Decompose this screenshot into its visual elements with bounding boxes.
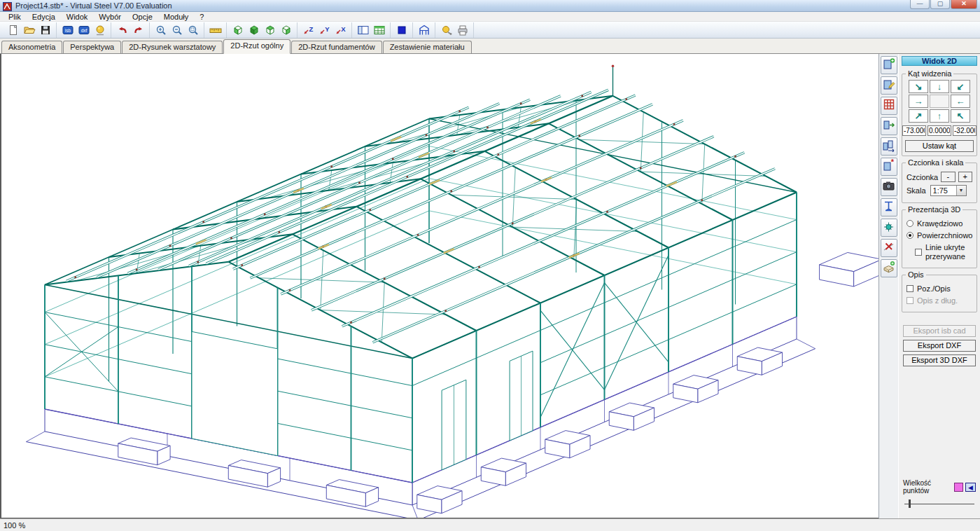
undo-button[interactable] bbox=[114, 22, 130, 37]
presentation-label: Prezentacja 3D bbox=[906, 205, 962, 214]
save-file-button[interactable] bbox=[37, 22, 53, 37]
zoom-out-button[interactable] bbox=[169, 22, 185, 37]
poz-opis-checkbox-row[interactable]: Poz./Opis bbox=[906, 284, 972, 293]
panel-title: Widok 2D bbox=[902, 56, 977, 66]
tab-2d-rzut-og-lny[interactable]: 2D-Rzut ogólny bbox=[223, 39, 290, 54]
grid-button[interactable] bbox=[881, 97, 897, 115]
menu-edycja[interactable]: Edycja bbox=[27, 12, 61, 22]
profile-edit-icon bbox=[882, 77, 896, 94]
profile-add-button[interactable] bbox=[881, 56, 897, 74]
menu-plik[interactable]: Plik bbox=[3, 12, 27, 22]
export-button-eksport-3d-dxf[interactable]: Eksport 3D DXF bbox=[903, 354, 976, 366]
redo-button[interactable] bbox=[130, 22, 146, 37]
menu-widok[interactable]: Widok bbox=[61, 12, 94, 22]
color-select-button[interactable] bbox=[393, 22, 410, 37]
render-preview-button[interactable] bbox=[438, 22, 454, 37]
font-larger-button[interactable]: + bbox=[958, 172, 972, 182]
main-toolbar: isbdxfZYX bbox=[0, 22, 980, 39]
rotate-s-button[interactable]: ↓ bbox=[930, 80, 949, 93]
rotate-e-button[interactable]: → bbox=[909, 95, 928, 108]
camera-button[interactable] bbox=[881, 178, 897, 196]
zoom-window-button[interactable] bbox=[185, 22, 201, 37]
rotate-nw-button[interactable]: ↖ bbox=[951, 109, 970, 123]
section-view-button[interactable] bbox=[881, 117, 897, 135]
scale-select[interactable]: 1:75 ▼ bbox=[930, 185, 967, 196]
import-dxf-button[interactable]: dxf bbox=[76, 22, 92, 37]
checkbox-icon-poz-opis[interactable] bbox=[906, 285, 913, 292]
radio-icon-powierzchniowo[interactable] bbox=[906, 232, 913, 239]
angle-center-cell bbox=[930, 95, 949, 108]
rotate-ne-button[interactable]: ↗ bbox=[909, 109, 928, 123]
zoom-window-icon bbox=[187, 24, 200, 36]
export-buttons: Eksport isb cadEksport DXFEksport 3D DXF bbox=[903, 325, 976, 369]
checkbox-icon-hidden-lines[interactable] bbox=[915, 249, 922, 256]
close-button[interactable]: ✕ bbox=[951, 0, 977, 9]
rotate-w-button[interactable]: ← bbox=[951, 95, 970, 108]
view-iso-1-button[interactable] bbox=[230, 22, 246, 37]
slider-track bbox=[904, 504, 974, 504]
profile-edit-button[interactable] bbox=[881, 76, 897, 95]
node-edit-button[interactable] bbox=[881, 219, 897, 237]
point-size-slider[interactable] bbox=[903, 499, 976, 509]
checkbox-label: Opis z dług. bbox=[917, 296, 958, 305]
structure-3d-button[interactable] bbox=[416, 22, 432, 37]
save-file-icon bbox=[39, 24, 52, 36]
svg-text:dxf: dxf bbox=[80, 27, 87, 32]
rotate-se-button[interactable]: ↘ bbox=[909, 80, 928, 93]
export-button-eksport-dxf[interactable]: Eksport DXF bbox=[903, 340, 976, 352]
print-button[interactable] bbox=[454, 22, 470, 37]
view-angle-group: Kąt widzenia ↘↓↙→←↗↑↖ Ustaw kąt bbox=[902, 74, 977, 156]
undo-icon bbox=[116, 24, 129, 36]
box-add-button[interactable] bbox=[881, 259, 897, 277]
font-label: Czcionka bbox=[906, 173, 938, 181]
menu-wybr[interactable]: Wybór bbox=[93, 12, 127, 22]
set-angle-button[interactable]: Ustaw kąt bbox=[905, 140, 974, 152]
line-delete-button[interactable] bbox=[881, 239, 897, 257]
hidden-lines-checkbox-row[interactable]: Linie ukryte przerywane bbox=[915, 243, 972, 261]
zoom-in-button[interactable] bbox=[153, 22, 169, 37]
import-isb-button[interactable]: isb bbox=[59, 22, 76, 37]
point-arrow-button[interactable]: ◀ bbox=[965, 483, 976, 492]
menu-moduy[interactable]: Moduły bbox=[158, 12, 194, 22]
open-file-button[interactable] bbox=[21, 22, 37, 37]
angle-z-input[interactable] bbox=[953, 125, 976, 136]
tab-zestawienie-materia-u[interactable]: Zestawienie materiału bbox=[383, 41, 472, 53]
svg-text:*: * bbox=[890, 158, 894, 166]
new-file-button[interactable] bbox=[5, 22, 21, 37]
tab-perspektywa[interactable]: Perspektywa bbox=[63, 41, 121, 53]
tab-2d-rysunek-warsztatowy[interactable]: 2D-Rysunek warsztatowy bbox=[122, 41, 223, 53]
font-smaller-button[interactable]: - bbox=[941, 172, 955, 182]
menu-opcje[interactable]: Opcje bbox=[127, 12, 158, 22]
profile-star-button[interactable]: * bbox=[881, 158, 897, 176]
angle-x-input[interactable] bbox=[902, 125, 926, 136]
radio-kraweziowo[interactable]: Krawędziowo bbox=[906, 219, 972, 228]
material-list-button[interactable] bbox=[371, 22, 387, 37]
radio-icon-kraweziowo[interactable] bbox=[906, 220, 913, 227]
rotate-sw-button[interactable]: ↙ bbox=[951, 80, 970, 93]
tab-aksonometria[interactable]: Aksonometria bbox=[1, 41, 62, 53]
slider-handle[interactable] bbox=[909, 499, 911, 508]
view-iso-4-button[interactable] bbox=[278, 22, 294, 37]
viewport-2d-drawing[interactable] bbox=[0, 54, 878, 518]
toolbar-group bbox=[111, 22, 150, 38]
export-button-eksport-isb-cad: Eksport isb cad bbox=[903, 325, 976, 337]
column-view-button[interactable] bbox=[881, 198, 897, 216]
view-y-button[interactable]: Y bbox=[316, 22, 332, 37]
view-iso-2-button[interactable] bbox=[246, 22, 262, 37]
rotate-n-button[interactable]: ↑ bbox=[930, 109, 949, 123]
view-iso-3-button[interactable] bbox=[262, 22, 278, 37]
radio-powierzchniowo[interactable]: Powierzchniowo bbox=[906, 231, 972, 240]
menu-?[interactable]: ? bbox=[194, 12, 209, 22]
split-view-button[interactable] bbox=[355, 22, 371, 37]
toolbar-group bbox=[413, 22, 435, 38]
measure-button[interactable] bbox=[207, 22, 223, 37]
render-ball-button[interactable] bbox=[92, 22, 108, 37]
point-color-button[interactable] bbox=[954, 483, 963, 492]
angle-y-input[interactable] bbox=[927, 125, 951, 136]
multi-view-button[interactable] bbox=[881, 137, 897, 156]
restore-button[interactable]: ▢ bbox=[930, 0, 950, 9]
tab-2d-rzut-fundament-w[interactable]: 2D-Rzut fundamentów bbox=[291, 41, 382, 53]
minimize-button[interactable]: — bbox=[910, 0, 930, 9]
view-x-button[interactable]: X bbox=[332, 22, 349, 37]
view-z-button[interactable]: Z bbox=[300, 22, 316, 37]
